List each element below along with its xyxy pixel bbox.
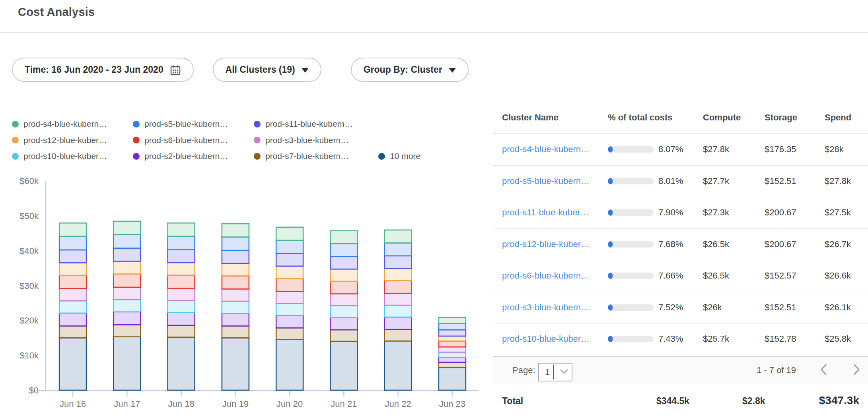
bar-segment[interactable] xyxy=(330,330,357,341)
cluster-name-link[interactable]: prod-s11-blue-kuber… xyxy=(502,207,589,218)
bar-segment[interactable] xyxy=(168,288,195,301)
bar-segment[interactable] xyxy=(385,329,412,341)
legend-item[interactable]: prod-s3-blue-kubern… xyxy=(254,135,378,145)
page-number-select[interactable]: 1 xyxy=(538,363,572,381)
bar-segment[interactable] xyxy=(385,317,412,329)
bar-segment[interactable] xyxy=(113,312,140,325)
cluster-name-link[interactable]: prod-s12-blue-kuber… xyxy=(502,239,590,250)
bar-segment[interactable] xyxy=(276,291,303,303)
legend-item[interactable]: prod-s11-blue-kubern… xyxy=(254,119,378,129)
bar-segment[interactable] xyxy=(168,337,195,390)
bar-segment[interactable] xyxy=(330,317,357,330)
bar-segment[interactable] xyxy=(222,263,249,276)
bar-segment[interactable] xyxy=(385,256,412,269)
bar-segment[interactable] xyxy=(59,236,86,250)
group-by-dropdown[interactable]: Group By: Cluster xyxy=(351,58,469,82)
bar-segment[interactable] xyxy=(385,230,412,243)
bar-segment[interactable] xyxy=(168,300,195,312)
column-header-compute[interactable]: Compute xyxy=(703,112,741,123)
bar-segment[interactable] xyxy=(385,305,412,317)
legend-item[interactable]: prod-s6-blue-kubern… xyxy=(133,135,254,145)
bar-segment[interactable] xyxy=(276,328,303,339)
column-header-pct-total[interactable]: % of total costs xyxy=(608,112,673,123)
bar-segment[interactable] xyxy=(59,338,86,390)
bar-segment[interactable] xyxy=(276,254,303,266)
legend-item[interactable]: prod-s10-blue-kuber… xyxy=(12,151,133,161)
bar-segment[interactable] xyxy=(59,223,86,236)
bar-segment[interactable] xyxy=(276,304,303,315)
bar-segment[interactable] xyxy=(113,300,140,312)
bar-segment[interactable] xyxy=(439,357,466,362)
bar-segment[interactable] xyxy=(330,231,357,244)
bar-segment[interactable] xyxy=(168,275,195,288)
legend-item[interactable]: prod-s7-blue-kubern… xyxy=(254,151,378,161)
bar-segment[interactable] xyxy=(59,288,86,301)
bar-segment[interactable] xyxy=(59,275,86,288)
bar-segment[interactable] xyxy=(168,223,195,236)
bar-segment[interactable] xyxy=(276,227,303,240)
legend-item[interactable]: prod-s12-blue-kuber… xyxy=(12,135,133,145)
bar-segment[interactable] xyxy=(330,341,357,390)
bar-segment[interactable] xyxy=(113,261,140,274)
bar-segment[interactable] xyxy=(168,236,195,250)
bar-segment[interactable] xyxy=(168,263,195,275)
bar-segment[interactable] xyxy=(59,250,86,263)
bar-segment[interactable] xyxy=(113,337,140,390)
bar-segment[interactable] xyxy=(276,266,303,279)
bar-segment[interactable] xyxy=(113,325,140,337)
bar-segment[interactable] xyxy=(385,268,412,281)
cluster-name-link[interactable]: prod-s4-blue-kubern… xyxy=(502,144,590,155)
bar-segment[interactable] xyxy=(330,269,357,281)
bar-segment[interactable] xyxy=(59,313,86,326)
time-range-filter[interactable]: Time: 16 Jun 2020 - 23 Jun 2020 xyxy=(12,58,194,82)
bar-segment[interactable] xyxy=(385,293,412,305)
bar-segment[interactable] xyxy=(222,326,249,338)
bar-segment[interactable] xyxy=(439,317,466,323)
bar-segment[interactable] xyxy=(222,224,249,237)
bar-segment[interactable] xyxy=(168,325,195,337)
bar-segment[interactable] xyxy=(439,347,466,352)
bar-segment[interactable] xyxy=(113,221,140,234)
bar-segment[interactable] xyxy=(276,240,303,254)
legend-item[interactable]: prod-s4-blue-kubern… xyxy=(12,119,133,129)
bar-segment[interactable] xyxy=(276,279,303,291)
bar-segment[interactable] xyxy=(276,340,303,390)
bar-segment[interactable] xyxy=(222,276,249,289)
cluster-name-link[interactable]: prod-s5-blue-kubern… xyxy=(502,176,590,186)
bar-segment[interactable] xyxy=(385,341,412,390)
bar-segment[interactable] xyxy=(439,368,466,390)
bar-segment[interactable] xyxy=(439,323,466,330)
bar-segment[interactable] xyxy=(330,306,357,317)
cluster-name-link[interactable]: prod-s10-blue-kuber… xyxy=(502,334,590,344)
cluster-name-link[interactable]: prod-s3-blue-kubern… xyxy=(502,302,590,313)
legend-item[interactable]: prod-s2-blue-kubern… xyxy=(133,151,254,161)
bar-segment[interactable] xyxy=(330,281,357,294)
clusters-filter-dropdown[interactable]: All Clusters (19) xyxy=(213,58,321,82)
bar-segment[interactable] xyxy=(222,313,249,326)
column-header-storage[interactable]: Storage xyxy=(765,112,797,123)
bar-segment[interactable] xyxy=(439,330,466,336)
bar-segment[interactable] xyxy=(113,287,140,300)
column-header-cluster-name[interactable]: Cluster Name xyxy=(502,112,559,123)
bar-segment[interactable] xyxy=(385,281,412,293)
bar-segment[interactable] xyxy=(113,248,140,261)
bar-segment[interactable] xyxy=(330,244,357,256)
bar-segment[interactable] xyxy=(439,341,466,347)
bar-segment[interactable] xyxy=(330,257,357,269)
legend-item[interactable]: 10 more xyxy=(378,151,420,161)
bar-segment[interactable] xyxy=(330,294,357,306)
next-page-button[interactable] xyxy=(851,363,862,377)
bar-segment[interactable] xyxy=(168,313,195,325)
bar-segment[interactable] xyxy=(168,250,195,262)
previous-page-button[interactable] xyxy=(819,363,829,377)
bar-segment[interactable] xyxy=(59,326,86,338)
bar-segment[interactable] xyxy=(439,362,466,368)
bar-segment[interactable] xyxy=(439,352,466,357)
bar-segment[interactable] xyxy=(59,301,86,313)
bar-segment[interactable] xyxy=(222,237,249,250)
bar-segment[interactable] xyxy=(222,338,249,390)
bar-segment[interactable] xyxy=(222,301,249,313)
bar-segment[interactable] xyxy=(222,289,249,301)
bar-segment[interactable] xyxy=(222,250,249,263)
bar-segment[interactable] xyxy=(439,336,466,341)
